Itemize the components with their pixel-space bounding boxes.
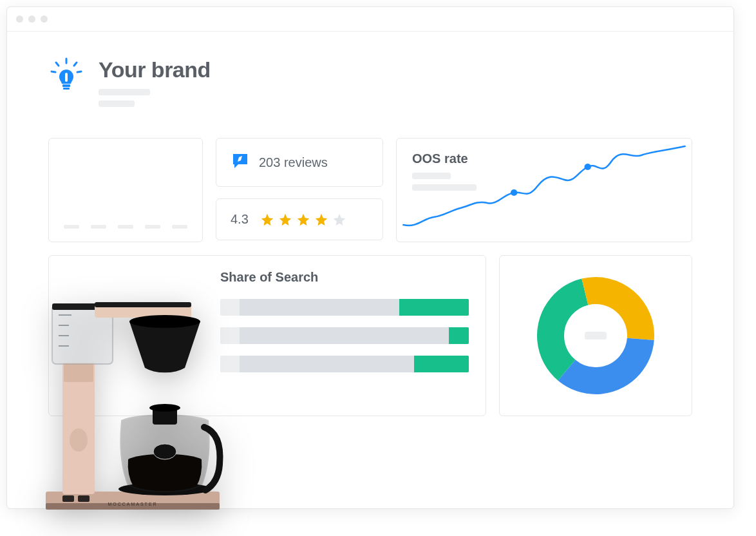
traffic-light-close[interactable]: [16, 15, 23, 23]
product-image: MOCCAMASTER: [33, 279, 232, 517]
svg-line-2: [74, 62, 77, 66]
bar-label: [145, 225, 160, 229]
share-bar-row: [220, 356, 469, 372]
rating-value: 4.3: [231, 212, 249, 227]
star-icon: [314, 213, 328, 227]
reviews-count-card: 203 reviews: [216, 138, 383, 187]
star-icon: [278, 213, 292, 227]
bar-label: [91, 225, 106, 229]
svg-rect-7: [65, 73, 68, 82]
svg-point-26: [129, 315, 200, 328]
svg-point-17: [70, 428, 88, 452]
share-bar-row: [220, 327, 469, 344]
svg-line-4: [77, 72, 81, 72]
svg-point-29: [149, 404, 180, 412]
page-title: Your brand: [99, 57, 211, 82]
reviews-column: 203 reviews 4.3: [216, 138, 383, 242]
star-icon: [260, 213, 274, 227]
product-brand-label: MOCCAMASTER: [108, 502, 157, 506]
browser-window: Your brand: [6, 6, 734, 509]
reviews-count-label: 203 reviews: [259, 155, 328, 170]
line-chart-marker: [584, 164, 591, 170]
svg-point-30: [153, 444, 176, 459]
svg-rect-25: [95, 302, 191, 307]
page-header: Your brand: [48, 57, 692, 107]
star-icon: [296, 213, 310, 227]
star-rating: [260, 213, 346, 227]
svg-rect-13: [62, 495, 74, 502]
oos-line-chart: [397, 141, 692, 238]
oos-rate-card: OOS rate: [396, 138, 692, 242]
share-bar-row: [220, 299, 469, 316]
donut-chart-card: [499, 255, 692, 416]
donut-center-placeholder: [585, 332, 607, 340]
top-cards-row: 203 reviews 4.3 OOS rate: [48, 138, 692, 242]
donut-chart: [531, 271, 660, 400]
svg-rect-14: [78, 495, 90, 502]
traffic-light-maximize[interactable]: [41, 15, 48, 23]
subtitle-placeholder: [99, 89, 150, 95]
svg-rect-16: [64, 364, 93, 382]
rating-card: 4.3: [216, 198, 383, 240]
traffic-light-minimize[interactable]: [28, 15, 35, 23]
review-icon: [231, 151, 250, 173]
subtitle-placeholder: [99, 100, 135, 107]
bar-label: [172, 225, 187, 229]
bar-label: [118, 225, 133, 229]
svg-rect-5: [62, 84, 70, 87]
share-bars-list: [220, 299, 469, 372]
bar-label: [64, 225, 79, 229]
mini-bar-chart: [62, 151, 189, 229]
lightbulb-icon: [48, 57, 84, 96]
svg-rect-6: [63, 88, 70, 90]
star-icon-empty: [332, 213, 346, 227]
line-chart-marker: [511, 189, 517, 196]
svg-line-1: [56, 62, 59, 66]
window-title-bar: [7, 7, 733, 32]
svg-line-3: [52, 72, 55, 72]
share-title: Share of Search: [220, 270, 469, 285]
bar-chart-card: [48, 138, 203, 242]
